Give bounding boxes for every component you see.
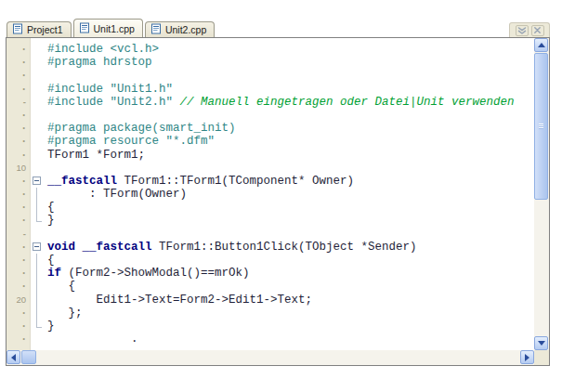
fold-column (31, 149, 44, 162)
tab-project1[interactable]: Project1 (7, 21, 72, 37)
code-line[interactable]: ·#pragma hdrstop (7, 56, 534, 69)
code-fold-collapse-icon[interactable] (31, 175, 44, 188)
tab-list-chevron-icon[interactable] (516, 25, 529, 36)
code-line[interactable]: ·if (Form2->ShowModal()==mrOk) (7, 267, 534, 280)
code-text: #include "Unit2.h" // Manuell eingetrage… (44, 96, 534, 109)
code-line[interactable]: 20 Edit1->Text=Form2->Edit1->Text; (7, 294, 534, 307)
code-line[interactable]: · (7, 69, 534, 82)
close-icon[interactable] (531, 25, 544, 36)
code-text (44, 109, 534, 122)
code-text: }; (44, 307, 534, 320)
code-line[interactable]: · : TForm(Owner) (7, 188, 534, 201)
gutter-mark: · (7, 201, 31, 214)
code-editor-window: Project1Unit1.cppUnit2.cpp ·#include <vc… (0, 0, 575, 392)
gutter-mark: · (7, 241, 31, 254)
code-line[interactable]: · { (7, 280, 534, 293)
fold-column (31, 201, 44, 214)
code-line[interactable]: ·#pragma resource "*.dfm" (7, 135, 534, 148)
gutter-mark: · (7, 214, 31, 227)
vertical-scrollbar[interactable] (534, 38, 549, 350)
gutter-mark: · (7, 188, 31, 201)
gutter-mark: · (7, 175, 31, 188)
code-line[interactable]: - (7, 228, 534, 241)
code-text: __fastcall TForm1::TForm1(TComponent* Ow… (44, 175, 534, 188)
fold-column (31, 122, 44, 135)
gutter-line-number: 20 (7, 294, 31, 307)
code-line[interactable]: ·#pragma package(smart_init) (7, 122, 534, 135)
fold-column (31, 56, 44, 69)
code-text: : TForm(Owner) (44, 188, 534, 201)
scroll-up-icon[interactable] (534, 38, 548, 52)
gutter-mark: · (7, 254, 31, 267)
code-text: if (Form2->ShowModal()==mrOk) (44, 267, 534, 280)
scroll-down-icon[interactable] (534, 336, 548, 350)
gutter-mark: · (7, 333, 31, 346)
code-line[interactable]: · . (7, 333, 534, 346)
gutter-mark: - (7, 228, 31, 241)
gutter-mark: · (7, 135, 31, 148)
code-line[interactable]: · }; (7, 307, 534, 320)
code-text: void __fastcall TForm1::Button1Click(TOb… (44, 241, 534, 254)
scrollbar-corner (534, 350, 549, 365)
code-line[interactable]: ·#include "Unit1.h" (7, 83, 534, 96)
code-line[interactable]: 10 (7, 162, 534, 175)
code-text: . (44, 333, 534, 346)
gutter-mark: - (7, 96, 31, 109)
code-line[interactable]: ·} (7, 214, 534, 227)
gutter-mark: · (7, 267, 31, 280)
code-text: TForm1 *Form1; (44, 149, 534, 162)
code-line[interactable]: ·{ (7, 201, 534, 214)
gutter-mark: · (7, 280, 31, 293)
gutter-mark: · (7, 307, 31, 320)
horizontal-scroll-thumb[interactable] (21, 350, 36, 364)
tab-label: Unit2.cpp (165, 24, 206, 35)
document-icon (12, 23, 23, 36)
code-line[interactable]: -#include "Unit2.h" // Manuell eingetrag… (7, 96, 534, 109)
code-text (44, 228, 534, 241)
tab-label: Project1 (27, 24, 63, 35)
fold-column (31, 254, 44, 267)
fold-column (31, 214, 44, 227)
gutter-mark: · (7, 56, 31, 69)
code-lines[interactable]: ·#include <vcl.h>·#pragma hdrstop··#incl… (7, 43, 534, 350)
code-text: { (44, 254, 534, 267)
code-text (44, 162, 534, 175)
gutter-mark: · (7, 122, 31, 135)
fold-column (31, 267, 44, 280)
code-text: { (44, 280, 534, 293)
code-text: Edit1->Text=Form2->Edit1->Text; (44, 294, 534, 307)
gutter-mark: · (7, 69, 31, 82)
fold-column (31, 228, 44, 241)
editor-tab-strip: Project1Unit1.cppUnit2.cpp (7, 19, 216, 37)
gutter-mark: · (7, 43, 31, 56)
horizontal-scrollbar[interactable] (7, 350, 534, 365)
code-line[interactable]: ·TForm1 *Form1; (7, 149, 534, 162)
fold-column (31, 307, 44, 320)
fold-column (31, 135, 44, 148)
scroll-right-icon[interactable] (520, 350, 534, 364)
code-line[interactable]: ·{ (7, 254, 534, 267)
code-fold-collapse-icon[interactable] (31, 241, 44, 254)
tab-unit1-cpp[interactable]: Unit1.cpp (73, 19, 143, 37)
code-text: #pragma resource "*.dfm" (44, 135, 534, 148)
vertical-scroll-thumb[interactable] (534, 53, 548, 200)
fold-column (31, 294, 44, 307)
fold-column (31, 83, 44, 96)
code-line[interactable]: ·void __fastcall TForm1::Button1Click(TO… (7, 241, 534, 254)
code-line[interactable]: ·} (7, 320, 534, 333)
code-text: #pragma hdrstop (44, 56, 534, 69)
code-text (44, 69, 534, 82)
fold-column (31, 43, 44, 56)
fold-column (31, 96, 44, 109)
code-text: #include <vcl.h> (44, 43, 534, 56)
code-line[interactable]: · (7, 109, 534, 122)
code-text: } (44, 214, 534, 227)
scroll-left-icon[interactable] (7, 350, 20, 364)
tab-unit2-cpp[interactable]: Unit2.cpp (145, 21, 215, 37)
gutter-mark: · (7, 149, 31, 162)
code-line[interactable]: ·__fastcall TForm1::TForm1(TComponent* O… (7, 175, 534, 188)
fold-column (31, 69, 44, 82)
document-icon (79, 22, 90, 35)
code-text: { (44, 201, 534, 214)
code-line[interactable]: ·#include <vcl.h> (7, 43, 534, 56)
